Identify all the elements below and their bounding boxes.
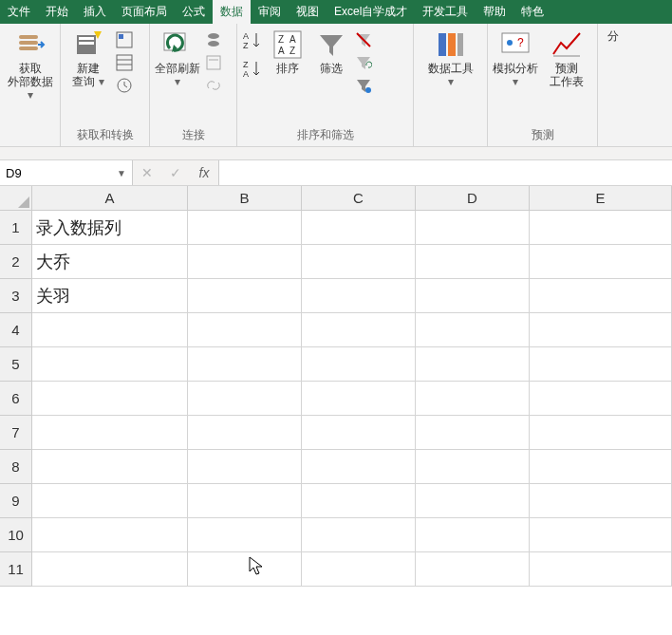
cell-D5[interactable] (416, 347, 530, 382)
column-header-A[interactable]: A (32, 186, 188, 211)
cell-A1[interactable]: 录入数据列 (32, 211, 188, 245)
cell-E8[interactable] (530, 450, 672, 484)
cell-E4[interactable] (530, 313, 672, 347)
row-header-1[interactable]: 1 (0, 211, 32, 245)
column-header-C[interactable]: C (302, 186, 416, 211)
cell-E2[interactable] (530, 245, 672, 279)
column-header-B[interactable]: B (188, 186, 302, 211)
whatif-button[interactable]: ? 模拟分析 (492, 28, 539, 90)
tab-view[interactable]: 视图 (289, 0, 327, 24)
cell-C9[interactable] (302, 484, 416, 518)
cell-E7[interactable] (530, 416, 672, 450)
name-box-dropdown-icon[interactable]: ▼ (117, 168, 126, 178)
cell-C2[interactable] (302, 245, 416, 279)
column-header-E[interactable]: E (530, 186, 672, 211)
cell-A7[interactable] (32, 416, 188, 450)
cell-C1[interactable] (302, 211, 416, 245)
cell-E9[interactable] (530, 484, 672, 518)
tab-file[interactable]: 文件 (0, 0, 38, 24)
cell-D11[interactable] (416, 552, 530, 587)
get-external-data-button[interactable]: 获取 外部数据 (7, 28, 54, 103)
tab-layout[interactable]: 页面布局 (114, 0, 175, 24)
cell-A4[interactable] (32, 313, 188, 347)
from-table-icon[interactable] (116, 54, 133, 71)
cell-B5[interactable] (188, 347, 302, 382)
row-header-3[interactable]: 3 (0, 279, 32, 313)
cell-B4[interactable] (188, 313, 302, 347)
cell-A10[interactable] (32, 518, 188, 552)
fx-icon[interactable]: fx (190, 165, 218, 180)
reapply-filter-icon[interactable] (355, 54, 372, 71)
cell-D9[interactable] (416, 484, 530, 518)
cell-A11[interactable] (32, 552, 188, 587)
cell-C3[interactable] (302, 279, 416, 313)
cell-B9[interactable] (188, 484, 302, 518)
name-box[interactable]: D9 ▼ (0, 160, 133, 185)
cell-A8[interactable] (32, 450, 188, 484)
cell-D2[interactable] (416, 245, 530, 279)
tab-special[interactable]: 特色 (513, 0, 547, 24)
tab-data[interactable]: 数据 (213, 0, 251, 24)
cell-E11[interactable] (530, 552, 672, 587)
sort-asc-icon[interactable]: AZ (241, 29, 264, 52)
row-header-9[interactable]: 9 (0, 484, 32, 518)
cell-B8[interactable] (188, 450, 302, 484)
edit-links-icon[interactable] (205, 77, 222, 94)
forecast-sheet-button[interactable]: 预测 工作表 (543, 28, 590, 90)
cell-D1[interactable] (416, 211, 530, 245)
clear-filter-icon[interactable] (355, 31, 372, 48)
new-query-button[interactable]: 新建 查询 (65, 28, 112, 90)
row-header-7[interactable]: 7 (0, 416, 32, 450)
tab-insert[interactable]: 插入 (76, 0, 114, 24)
row-header-8[interactable]: 8 (0, 450, 32, 484)
cell-E1[interactable] (530, 211, 672, 245)
cell-A2[interactable]: 大乔 (32, 245, 188, 279)
cell-D4[interactable] (416, 313, 530, 347)
cell-B2[interactable] (188, 245, 302, 279)
row-header-6[interactable]: 6 (0, 382, 32, 416)
tab-home[interactable]: 开始 (38, 0, 76, 24)
cell-E6[interactable] (530, 382, 672, 416)
cell-B1[interactable] (188, 211, 302, 245)
tab-formulas[interactable]: 公式 (175, 0, 213, 24)
cell-D6[interactable] (416, 382, 530, 416)
data-tools-button[interactable]: 数据工具 (427, 28, 475, 90)
cell-D8[interactable] (416, 450, 530, 484)
cell-D7[interactable] (416, 416, 530, 450)
tab-help[interactable]: 帮助 (476, 0, 513, 24)
cell-A6[interactable] (32, 382, 188, 416)
tab-selfstudy[interactable]: Excel自学成才 (327, 0, 415, 24)
cell-B7[interactable] (188, 416, 302, 450)
cell-B6[interactable] (188, 382, 302, 416)
cell-E3[interactable] (530, 279, 672, 313)
cell-E10[interactable] (530, 518, 672, 552)
refresh-all-button[interactable]: 全部刷新 (154, 28, 201, 90)
cell-C4[interactable] (302, 313, 416, 347)
cell-C5[interactable] (302, 347, 416, 382)
formula-input[interactable] (219, 160, 672, 185)
connections-icon[interactable] (205, 31, 222, 48)
filter-button[interactable]: 筛选 (311, 28, 351, 77)
row-header-11[interactable]: 11 (0, 552, 32, 587)
sort-desc-icon[interactable]: ZA (241, 58, 264, 81)
show-queries-icon[interactable] (116, 31, 133, 48)
tab-review[interactable]: 审阅 (251, 0, 289, 24)
cell-C6[interactable] (302, 382, 416, 416)
sort-button[interactable]: ZAAZ 排序 (268, 28, 308, 77)
cell-C10[interactable] (302, 518, 416, 552)
cell-A3[interactable]: 关羽 (32, 279, 188, 313)
cell-B11[interactable] (188, 552, 302, 587)
advanced-filter-icon[interactable] (355, 77, 372, 94)
cell-D3[interactable] (416, 279, 530, 313)
recent-sources-icon[interactable] (116, 77, 133, 94)
subtotal-button[interactable]: 分 (602, 28, 625, 45)
row-header-2[interactable]: 2 (0, 245, 32, 279)
select-all-corner[interactable] (0, 186, 32, 211)
tab-devtools[interactable]: 开发工具 (415, 0, 476, 24)
cell-B3[interactable] (188, 279, 302, 313)
row-header-5[interactable]: 5 (0, 347, 32, 382)
cell-E5[interactable] (530, 347, 672, 382)
cell-A5[interactable] (32, 347, 188, 382)
cell-C7[interactable] (302, 416, 416, 450)
cell-C11[interactable] (302, 552, 416, 587)
